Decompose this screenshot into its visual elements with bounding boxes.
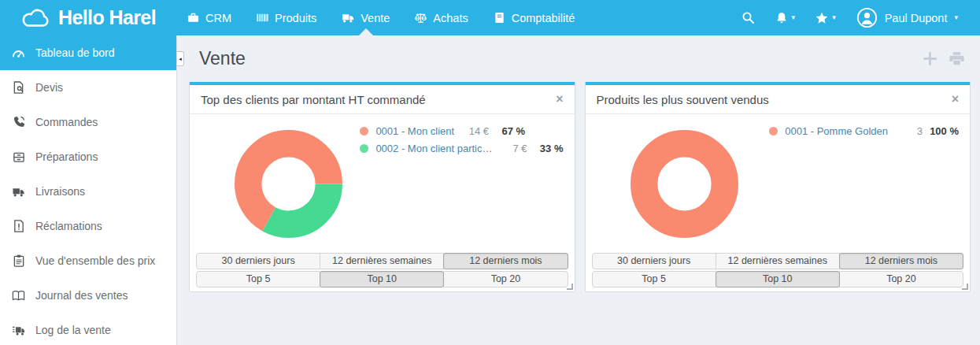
close-widget-button[interactable]: × (952, 93, 959, 106)
legend-color-dot (769, 127, 778, 135)
filter-30-derniers-jours[interactable]: 30 derniers jours (592, 253, 716, 269)
scales-icon (415, 12, 427, 24)
print-button[interactable] (949, 51, 964, 66)
legend-percent: 33 % (527, 143, 564, 154)
sidebar-item-label: Journal des ventes (35, 289, 128, 302)
sidebar-item-log-de-la-vente[interactable]: Log de la vente (0, 313, 176, 345)
legend-label-link[interactable]: 0001 - Pomme Golden (785, 125, 888, 137)
truck-icon (12, 186, 25, 198)
chart-legend: 0001 - Mon client 14 € 67 % 0002 - Mon c… (360, 122, 563, 157)
sidebar-item-commandes[interactable]: Commandes (0, 105, 176, 139)
cloud-logo-icon (20, 8, 50, 28)
filter-30-derniers-jours[interactable]: 30 derniers jours (196, 253, 320, 269)
notifications-menu[interactable]: ▾ (775, 12, 796, 24)
legend-row: 0001 - Pomme Golden 3 100 % (769, 122, 959, 139)
brand-logo[interactable]: Hello Harel (0, 6, 175, 29)
main-content: ◂ Vente Top des clients par montant HT c… (177, 35, 980, 345)
nav-item-produits[interactable]: Produits (244, 0, 329, 35)
sidebar-item-label: Réclamations (35, 220, 102, 232)
main-menu: CRM Produits Vente Achats Comptabilité (175, 0, 587, 35)
legend-label-link[interactable]: 0002 - Mon client partic… (375, 143, 492, 154)
drawers-icon (12, 151, 25, 163)
brand-name: Hello Harel (58, 6, 156, 29)
filter-top-5[interactable]: Top 5 (196, 271, 320, 288)
donut-chart[interactable] (235, 130, 342, 238)
filter-top-20[interactable]: Top 20 (839, 271, 963, 288)
briefcase-icon (187, 12, 199, 24)
filter-12-derniers-mois[interactable]: 12 derniers mois (839, 253, 963, 269)
sidebar-item-vue-densemble-des-prix[interactable]: Vue d'ensemble des prix (0, 243, 176, 278)
phone-icon (12, 116, 25, 128)
legend-row: 0002 - Mon client partic… 7 € 33 % (360, 139, 563, 157)
filter-top-10[interactable]: Top 10 (716, 271, 840, 288)
sidebar-item-label: Commandes (35, 116, 98, 128)
nav-item-crm[interactable]: CRM (175, 0, 244, 35)
sidebar-item-devis[interactable]: Devis (0, 70, 176, 105)
top-filter-group: Top 5 Top 10 Top 20 (196, 271, 568, 288)
legend-percent: 67 % (489, 125, 525, 137)
sidebar: Tableau de bord Devis Commandes Préparat… (0, 35, 177, 345)
legend-color-dot (360, 144, 368, 153)
user-menu[interactable]: Paul Dupont ▾ (856, 7, 958, 28)
legend-value: 7 € (493, 143, 527, 154)
chevron-down-icon: ▾ (954, 14, 958, 21)
sidebar-item-reclamations[interactable]: Réclamations (0, 209, 176, 243)
chevron-down-icon: ▾ (792, 14, 796, 21)
truck-icon (342, 12, 354, 24)
filter-top-5[interactable]: Top 5 (592, 271, 716, 288)
widget-title: Top des clients par montant HT commandé (201, 93, 426, 106)
gauge-icon (12, 47, 25, 59)
open-book-icon (12, 290, 25, 302)
claim-document-icon (12, 220, 25, 232)
legend-row: 0001 - Mon client 14 € 67 % (360, 122, 563, 139)
legend-color-dot (360, 127, 368, 135)
sidebar-item-journal-des-ventes[interactable]: Journal des ventes (0, 278, 176, 313)
sidebar-item-label: Livraisons (35, 185, 85, 198)
nav-item-label: Comptabilité (512, 12, 575, 24)
sidebar-item-label: Tableau de bord (35, 46, 114, 59)
sidebar-item-livraisons[interactable]: Livraisons (0, 174, 176, 209)
legend-value: 14 € (454, 125, 489, 137)
legend-value: 3 (888, 125, 923, 137)
donut-chart[interactable] (631, 130, 738, 238)
filter-top-10[interactable]: Top 10 (320, 271, 444, 288)
star-icon (815, 12, 828, 24)
legend-label-link[interactable]: 0001 - Mon client (375, 125, 454, 137)
period-filter-group: 30 derniers jours 12 dernières semaines … (592, 253, 964, 269)
resize-grip[interactable] (567, 284, 573, 290)
search-icon[interactable] (741, 11, 755, 24)
page-header: Vente (189, 35, 971, 69)
nav-item-vente[interactable]: Vente (329, 0, 402, 35)
page-title: Vente (199, 48, 246, 69)
nav-item-achats[interactable]: Achats (402, 0, 480, 35)
filter-12-dernieres-semaines[interactable]: 12 dernières semaines (716, 253, 840, 269)
add-widget-button[interactable] (923, 51, 937, 66)
chart-filters: 30 derniers jours 12 dernières semaines … (190, 253, 575, 288)
collapse-arrow-icon: ◂ (179, 56, 182, 62)
quote-document-icon (12, 81, 25, 94)
filter-12-dernieres-semaines[interactable]: 12 dernières semaines (320, 253, 444, 269)
close-widget-button[interactable]: × (556, 93, 563, 106)
truck-loading-icon (12, 325, 25, 336)
nav-item-label: Vente (361, 12, 390, 24)
clipboard-icon (12, 254, 25, 267)
sidebar-collapse-toggle[interactable]: ◂ (177, 51, 184, 66)
nav-item-label: Achats (433, 12, 468, 24)
sidebar-item-label: Log de la vente (35, 324, 111, 336)
sidebar-item-label: Devis (35, 81, 63, 94)
filter-12-derniers-mois[interactable]: 12 derniers mois (443, 253, 568, 269)
filter-top-20[interactable]: Top 20 (443, 271, 568, 288)
resize-grip[interactable] (962, 284, 968, 290)
sidebar-item-tableau-de-bord[interactable]: Tableau de bord (0, 35, 176, 70)
favorites-menu[interactable]: ▾ (815, 12, 836, 24)
nav-item-label: Produits (275, 12, 316, 24)
sidebar-item-preparations[interactable]: Préparations (0, 139, 176, 174)
user-name: Paul Dupont (885, 12, 948, 24)
legend-percent: 100 % (923, 125, 959, 137)
user-avatar-icon (856, 7, 878, 28)
chart-legend: 0001 - Pomme Golden 3 100 % (769, 122, 959, 139)
sidebar-item-label: Vue d'ensemble des prix (35, 254, 155, 267)
chevron-down-icon: ▾ (832, 14, 836, 21)
ledger-icon (494, 12, 505, 24)
nav-item-comptabilite[interactable]: Comptabilité (481, 0, 588, 35)
